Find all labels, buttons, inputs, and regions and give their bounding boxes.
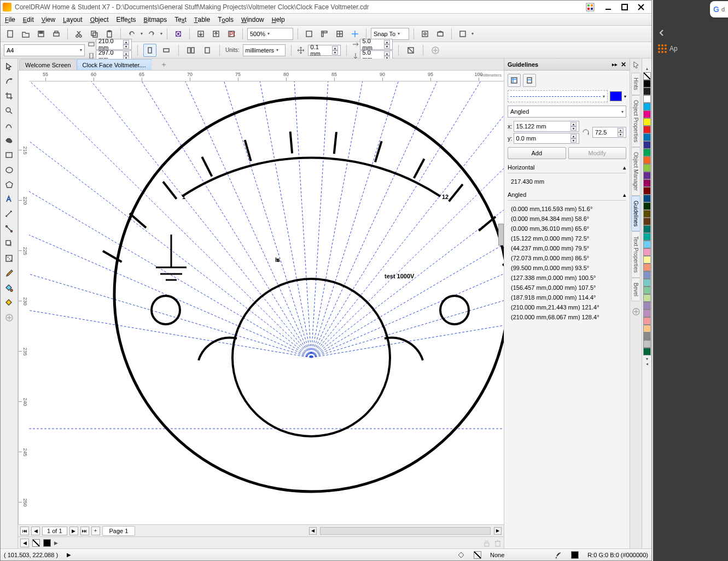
palette-scroll-down[interactable]: ▾ — [646, 357, 648, 361]
swatch[interactable] — [643, 110, 651, 118]
swatch[interactable] — [643, 156, 651, 164]
back-arrow-icon[interactable] — [657, 28, 666, 37]
swatch[interactable] — [643, 325, 651, 332]
export-button[interactable] — [209, 27, 223, 40]
modify-guideline-button[interactable]: Modify — [568, 147, 627, 159]
zoom-tool[interactable] — [2, 104, 16, 118]
menu-layout[interactable]: Layout — [63, 16, 82, 24]
interactive-fill-tool[interactable] — [2, 281, 16, 295]
angled-guideline-item[interactable]: (156.457 mm,0.000 mm) 107.5° — [511, 283, 626, 293]
add-preset-button[interactable] — [429, 44, 442, 57]
hscroll-right[interactable]: ▶ — [494, 527, 502, 535]
page-tab-1[interactable]: Page 1 — [102, 526, 136, 536]
duplicate-x-input[interactable]: 5.0 mm▴▾ — [360, 39, 393, 50]
guideline-presets-button[interactable] — [508, 74, 521, 87]
swatch[interactable] — [643, 172, 651, 179]
horizontal-section[interactable]: Horizontal▴ — [508, 162, 626, 173]
guideline-angle-input[interactable]: ▴▾ — [592, 127, 626, 138]
treat-as-filled-button[interactable] — [404, 44, 417, 57]
swatch-none[interactable] — [643, 72, 651, 80]
parallel-dimension-tool[interactable] — [2, 207, 16, 221]
swatch[interactable] — [643, 256, 651, 264]
show-grid-button[interactable] — [333, 27, 346, 40]
angled-guideline-item[interactable]: (0.000 mm,36.010 mm) 65.6° — [511, 224, 626, 233]
tab-file[interactable]: Clock Face Voltmeter.... — [77, 59, 152, 70]
fullscreen-button[interactable] — [302, 27, 316, 40]
import-button[interactable] — [194, 27, 207, 40]
swatch[interactable] — [643, 241, 651, 248]
current-page-button[interactable] — [201, 44, 214, 57]
page-prev-button[interactable]: ◀ — [31, 527, 40, 535]
angled-guideline-item[interactable]: (210.000 mm,68.067 mm) 128.4° — [511, 312, 626, 322]
menu-object[interactable]: Object — [90, 16, 109, 24]
canvas[interactable]: 1 12 hrs test 1000V — [29, 81, 504, 524]
swatch[interactable] — [643, 264, 651, 271]
status-fill-swatch[interactable] — [474, 551, 481, 559]
show-guidelines-button[interactable] — [348, 27, 362, 40]
swatch[interactable] — [643, 95, 651, 103]
swatch[interactable] — [643, 248, 651, 256]
angled-guideline-item[interactable]: (210.000 mm,21.443 mm) 121.4° — [511, 302, 626, 312]
docker-tab-text properties[interactable]: Text Properties — [631, 231, 640, 278]
tab-add[interactable]: ＋ — [152, 59, 176, 70]
angled-guideline-item[interactable]: (187.918 mm,0.000 mm) 114.4° — [511, 293, 626, 302]
apps-grid-icon[interactable] — [657, 44, 667, 54]
swatch[interactable] — [643, 103, 651, 110]
page-first-button[interactable]: ⏮ — [20, 527, 29, 535]
polygon-tool[interactable] — [2, 178, 16, 192]
menu-table[interactable]: Table — [194, 16, 210, 24]
add-tool-button[interactable] — [2, 311, 16, 325]
docker-tab-bevel[interactable]: Bevel — [631, 278, 640, 301]
app-launcher-button[interactable] — [434, 27, 447, 40]
new-button[interactable] — [4, 27, 17, 40]
page-last-button[interactable]: ⏭ — [80, 527, 89, 535]
swatch[interactable] — [643, 294, 651, 302]
hscroll-track[interactable] — [320, 527, 491, 535]
show-rulers-button[interactable] — [318, 27, 331, 40]
palette-flyout[interactable]: ◂ — [646, 361, 648, 366]
cut-button[interactable] — [72, 27, 85, 40]
shape-tool[interactable] — [2, 74, 16, 89]
crop-tool[interactable] — [2, 89, 16, 103]
swatch[interactable] — [643, 87, 651, 95]
units-combo[interactable]: millimeters▾ — [243, 44, 286, 56]
swatch[interactable] — [643, 133, 651, 141]
swatch[interactable] — [643, 218, 651, 225]
swatch[interactable] — [643, 164, 651, 172]
angled-section[interactable]: Angled▴ — [508, 190, 626, 201]
swatch[interactable] — [643, 309, 651, 317]
swatch[interactable] — [643, 340, 651, 348]
guideline-type-combo[interactable]: Angled▾ — [508, 106, 626, 118]
swatch[interactable] — [643, 149, 651, 156]
swatch[interactable] — [643, 302, 651, 309]
swatch[interactable] — [643, 118, 651, 126]
page-width-input[interactable]: 210.0 mm▴▾ — [96, 39, 132, 50]
paper-size-combo[interactable]: A4▾ — [4, 44, 85, 56]
docker-tab-guidelines[interactable]: Guidelines — [631, 196, 640, 231]
quick-swatch-black[interactable] — [43, 539, 51, 547]
vertical-ruler[interactable]: 250245240235230225220215 — [18, 71, 29, 524]
docker-header[interactable]: Guidelines ▸▸ ✕ — [504, 59, 630, 71]
minimize-button[interactable] — [600, 2, 616, 13]
landscape-button[interactable] — [160, 44, 173, 57]
guideline-x-input[interactable]: ▴▾ — [514, 121, 579, 132]
browser-tab[interactable]: G d — [710, 1, 728, 17]
undo-button[interactable] — [125, 27, 138, 40]
lock-icon[interactable] — [483, 539, 491, 547]
trash-icon[interactable] — [494, 539, 502, 547]
docker-options-icon[interactable] — [632, 61, 640, 68]
menu-text[interactable]: Text — [174, 16, 187, 24]
transparency-tool[interactable] — [2, 252, 16, 266]
eyedropper-tool[interactable] — [2, 266, 16, 280]
text-tool[interactable] — [2, 192, 16, 207]
horizontal-ruler[interactable]: 556065707580859095100 millimeters — [29, 71, 504, 81]
swatch[interactable] — [643, 141, 651, 149]
swatch[interactable] — [643, 348, 651, 355]
swatch[interactable] — [643, 126, 651, 133]
recent-color-prev[interactable]: ◀ — [20, 539, 29, 547]
swatch[interactable] — [643, 233, 651, 241]
menu-window[interactable]: Window — [241, 16, 264, 24]
open-button[interactable] — [19, 27, 32, 40]
docker-tab-object properties[interactable]: Object Properties — [631, 95, 640, 147]
swatch[interactable] — [643, 179, 651, 187]
